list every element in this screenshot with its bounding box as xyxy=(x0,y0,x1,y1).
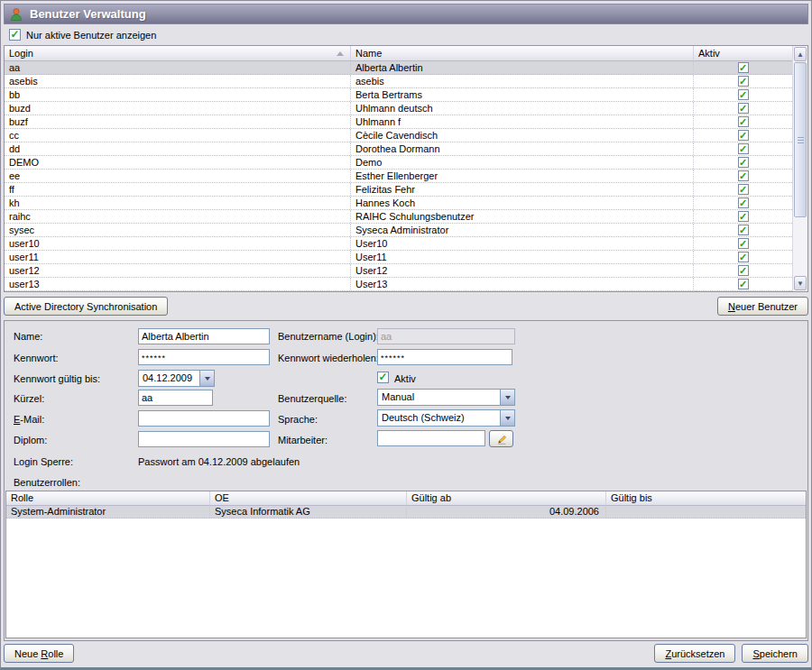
new-role-button[interactable]: Neue Rolle xyxy=(4,644,74,663)
user-row[interactable]: user10 User10 xyxy=(5,237,792,251)
column-header-gueltig-bis[interactable]: Gültig bis xyxy=(606,491,806,506)
kuerzel-input[interactable] xyxy=(138,390,213,406)
cell-login: ff xyxy=(5,183,351,196)
mitarbeiter-edit-button[interactable] xyxy=(489,430,513,447)
row-aktiv-checkbox[interactable] xyxy=(738,89,749,100)
user-row[interactable]: buzd Uhlmann deutsch xyxy=(5,102,792,115)
row-aktiv-checkbox[interactable] xyxy=(738,279,749,289)
user-row[interactable]: DEMO Demo xyxy=(5,156,792,170)
user-row[interactable]: ee Esther Ellenberger xyxy=(5,170,792,183)
row-aktiv-checkbox[interactable] xyxy=(738,157,749,168)
user-row[interactable]: dd Dorothea Dormann xyxy=(5,142,792,156)
row-aktiv-checkbox[interactable] xyxy=(738,143,749,154)
password-valid-until-label: Kennwort gültig bis: xyxy=(14,373,100,384)
user-row[interactable]: bb Berta Bertrams xyxy=(5,88,792,102)
email-input[interactable] xyxy=(138,410,270,427)
cell-login: raihc xyxy=(5,210,351,223)
column-header-rolle[interactable]: Rolle xyxy=(6,491,210,506)
row-aktiv-checkbox[interactable] xyxy=(738,130,749,141)
row-aktiv-checkbox[interactable] xyxy=(738,62,749,73)
user-row[interactable]: aa Alberta Albertin xyxy=(5,61,792,75)
cell-name: User12 xyxy=(351,264,694,277)
roles-table: Rolle OE Gültig ab Gültig bis System-Adm… xyxy=(5,491,807,638)
new-user-button[interactable]: Neuer Benutzer xyxy=(717,297,808,316)
row-aktiv-checkbox[interactable] xyxy=(738,116,749,127)
aktiv-checkbox[interactable] xyxy=(377,372,389,383)
row-aktiv-checkbox[interactable] xyxy=(738,225,749,235)
row-aktiv-checkbox[interactable] xyxy=(738,184,749,195)
user-row[interactable]: raihc RAIHC Schulungsbenutzer xyxy=(5,210,792,224)
date-value: 04.12.2009 xyxy=(139,371,198,386)
cell-login: aa xyxy=(5,61,351,74)
cell-aktiv xyxy=(694,170,792,182)
password-input[interactable] xyxy=(138,349,270,365)
active-directory-sync-button[interactable]: Active Directory Synchronisation xyxy=(4,297,168,316)
row-aktiv-checkbox[interactable] xyxy=(738,103,749,114)
user-icon xyxy=(9,7,23,22)
row-aktiv-checkbox[interactable] xyxy=(738,252,749,262)
cell-aktiv xyxy=(694,264,792,277)
user-row[interactable]: user12 User12 xyxy=(5,264,792,278)
dropdown-arrow-button[interactable] xyxy=(500,410,514,426)
row-aktiv-checkbox[interactable] xyxy=(738,265,749,276)
toolbar-row: Active Directory Synchronisation Neuer B… xyxy=(3,292,809,318)
cell-name: RAIHC Schulungsbenutzer xyxy=(351,210,694,223)
user-row[interactable]: user13 User13 xyxy=(5,278,792,291)
reset-button[interactable]: Zurücksetzen xyxy=(654,644,735,663)
row-aktiv-checkbox[interactable] xyxy=(738,170,749,181)
cell-login: user12 xyxy=(5,264,351,277)
diplom-input[interactable] xyxy=(138,431,270,447)
cell-name: Syseca Administrator xyxy=(351,224,694,236)
column-header-login[interactable]: Login xyxy=(5,46,351,61)
cell-aktiv xyxy=(694,251,792,263)
login-input xyxy=(377,328,515,344)
user-row[interactable]: user11 User11 xyxy=(5,251,792,264)
row-aktiv-checkbox[interactable] xyxy=(738,197,749,208)
benutzerrollen-label: Benutzerrollen: xyxy=(14,477,80,488)
password-repeat-input[interactable] xyxy=(377,349,512,365)
user-row[interactable]: buzf Uhlmann f xyxy=(5,115,792,129)
active-only-checkbox[interactable] xyxy=(9,29,21,41)
cell-name: User13 xyxy=(351,278,694,290)
sprache-select[interactable]: Deutsch (Schweiz) xyxy=(377,409,515,427)
cell-aktiv xyxy=(694,115,792,128)
dropdown-arrow-button[interactable] xyxy=(500,390,514,405)
diplom-label: Diplom: xyxy=(14,435,47,445)
column-header-gueltig-ab[interactable]: Gültig ab xyxy=(407,491,606,506)
password-valid-until-datepicker[interactable]: 04.12.2009 xyxy=(138,370,215,387)
user-row[interactable]: sysec Syseca Administrator xyxy=(5,224,792,237)
row-aktiv-checkbox[interactable] xyxy=(738,238,749,249)
dropdown-arrow-button[interactable] xyxy=(199,371,214,386)
user-row[interactable]: asebis asebis xyxy=(5,75,792,88)
cell-login: dd xyxy=(5,142,351,155)
sort-ascending-icon xyxy=(337,51,344,56)
benutzerquelle-select[interactable]: Manual xyxy=(377,389,515,406)
scrollbar-thumb[interactable] xyxy=(794,62,807,217)
cell-aktiv xyxy=(694,129,792,142)
email-label: E-Mail: xyxy=(14,414,44,425)
cell-name: User11 xyxy=(351,251,694,263)
cell-login: sysec xyxy=(5,224,351,236)
users-table-body: aa Alberta Albertin asebis asebis bb Ber… xyxy=(5,61,792,291)
mitarbeiter-input[interactable] xyxy=(377,430,485,446)
column-header-aktiv[interactable]: Aktiv xyxy=(694,46,792,61)
scrollbar-grip-icon xyxy=(798,140,804,141)
scrollbar-up-button[interactable]: ▲ xyxy=(794,47,807,61)
chevron-down-icon xyxy=(205,377,210,381)
user-row[interactable]: cc Cècile Cavendisch xyxy=(5,129,792,142)
cell-name: asebis xyxy=(351,75,694,87)
column-header-oe[interactable]: OE xyxy=(210,491,407,506)
cell-aktiv xyxy=(694,156,792,169)
save-button[interactable]: Speichern xyxy=(742,644,808,663)
row-aktiv-checkbox[interactable] xyxy=(738,211,749,222)
role-row[interactable]: System-Administrator Syseca Informatik A… xyxy=(6,506,806,519)
column-header-name[interactable]: Name xyxy=(351,46,694,61)
user-row[interactable]: kh Hannes Koch xyxy=(5,197,792,210)
users-table-scrollbar[interactable]: ▲ ▼ xyxy=(792,46,807,291)
cell-name: Demo xyxy=(351,156,694,169)
login-sperre-label: Login Sperre: xyxy=(14,456,73,467)
row-aktiv-checkbox[interactable] xyxy=(738,76,749,87)
name-input[interactable] xyxy=(138,328,270,344)
scrollbar-down-button[interactable]: ▼ xyxy=(794,276,807,290)
user-row[interactable]: ff Felizitas Fehr xyxy=(5,183,792,197)
